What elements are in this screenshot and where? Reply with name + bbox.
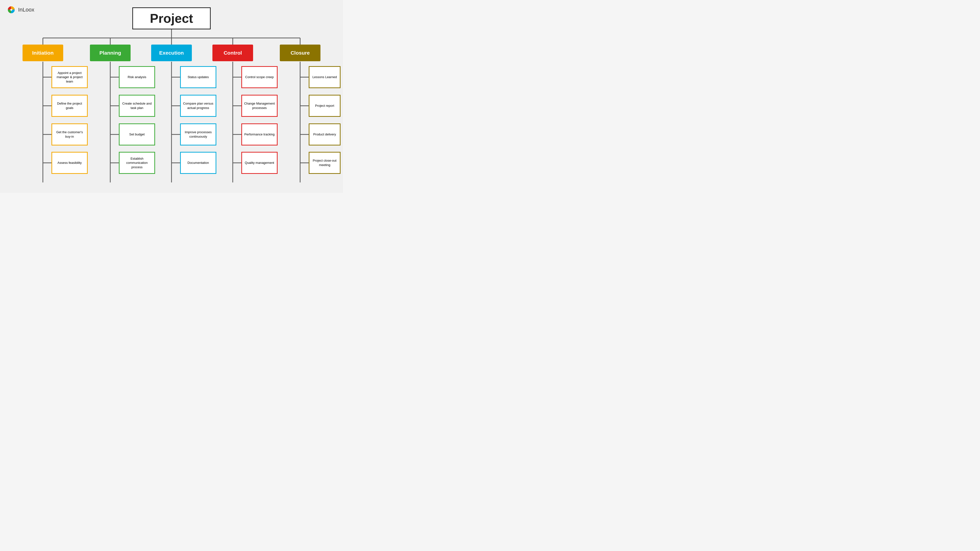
inloox-logo-icon	[6, 5, 17, 15]
control-item-3: Performance tracking	[241, 124, 278, 146]
planning-item-4: Establish communication process	[119, 152, 155, 174]
initiation-item-4: Assess feasibility	[51, 152, 88, 174]
planning-item-2: Create schedule and task plan	[119, 95, 155, 117]
root-node: Project	[132, 7, 211, 29]
phase-header-initiation: Initiation	[22, 44, 63, 61]
execution-item-1: Status updates	[180, 66, 216, 88]
page: InLoox	[0, 0, 343, 193]
control-item-1: Control scope creep	[241, 66, 278, 88]
closure-item-4: Project close-out meeting	[309, 152, 340, 174]
phase-label-closure: Closure	[291, 50, 310, 56]
control-item-4: Quality management	[241, 152, 278, 174]
initiation-item-3: Get the customer's buy-in	[51, 124, 88, 146]
planning-item-3: Set budget	[119, 124, 155, 146]
execution-item-2: Compare plan versus actual progress	[180, 95, 216, 117]
phase-header-control: Control	[212, 44, 253, 61]
phase-header-planning: Planning	[90, 44, 130, 61]
root-title: Project	[150, 11, 193, 26]
initiation-item-1: Appoint a project manager & project team	[51, 66, 88, 88]
phase-label-planning: Planning	[99, 50, 121, 56]
execution-item-4: Documentation	[180, 152, 216, 174]
planning-item-1: Risk analysis	[119, 66, 155, 88]
phase-header-execution: Execution	[151, 44, 192, 61]
execution-item-3: Improve processes continuously	[180, 124, 216, 146]
closure-item-1: Lessons Learned	[309, 66, 340, 88]
closure-item-3: Product delivery	[309, 124, 340, 146]
initiation-item-2: Define the project goals	[51, 95, 88, 117]
phase-label-control: Control	[224, 50, 242, 56]
phase-header-closure: Closure	[280, 44, 320, 61]
logo-text: InLoox	[18, 6, 34, 13]
closure-item-2: Project report	[309, 95, 340, 117]
control-item-2: Change Management processes	[241, 95, 278, 117]
phase-label-execution: Execution	[159, 50, 184, 56]
logo: InLoox	[6, 5, 34, 15]
phase-label-initiation: Initiation	[32, 50, 54, 56]
